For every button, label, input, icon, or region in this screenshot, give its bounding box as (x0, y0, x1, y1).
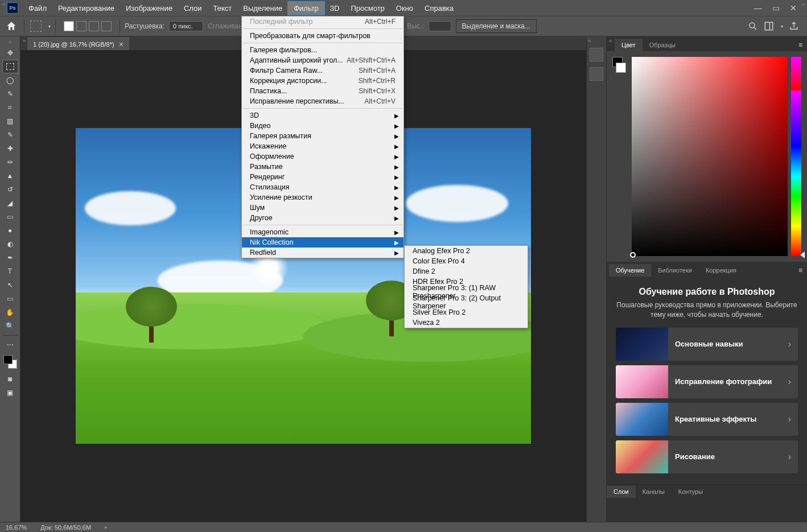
learn-card-1[interactable]: Исправление фотографии› (616, 365, 798, 398)
screenmode-tool[interactable]: ▣ (2, 386, 18, 399)
pen-tool[interactable]: ✒ (2, 251, 18, 265)
menu-редактирование[interactable]: Редактирование (52, 2, 120, 15)
home-button[interactable] (3, 18, 19, 34)
hand-tool[interactable]: ✋ (2, 306, 18, 319)
menu-Рендеринг[interactable]: Рендеринг▶ (242, 172, 404, 182)
quickmask-tool[interactable]: ◙ (2, 372, 18, 386)
healing-tool[interactable]: ✚ (2, 142, 18, 155)
fg-color[interactable] (3, 355, 13, 364)
brush-tool[interactable]: ✏ (2, 155, 18, 169)
mode-subtract[interactable] (89, 21, 99, 31)
menu-plugin-nik-collection[interactable]: Nik Collection▶ (242, 237, 404, 248)
menu-3D[interactable]: 3D▶ (242, 110, 404, 121)
tab-swatches[interactable]: Образцы (643, 39, 682, 51)
menu-Оформление[interactable]: Оформление▶ (242, 151, 404, 162)
marquee-tool-icon[interactable] (30, 20, 42, 32)
blur-tool[interactable]: ● (2, 224, 18, 237)
dodge-tool[interactable]: ◐ (2, 237, 18, 251)
zoom-tool[interactable]: 🔍 (2, 319, 18, 333)
lasso-tool[interactable]: ◯ (2, 73, 18, 87)
nik-dfine-2[interactable]: Dfine 2 (405, 266, 528, 277)
color-picker[interactable] (632, 57, 788, 256)
eyedropper-tool[interactable]: ✎ (2, 128, 18, 142)
menu-Шум[interactable]: Шум▶ (242, 203, 404, 213)
menu-Другое[interactable]: Другое▶ (242, 213, 404, 223)
menu-Стилизация[interactable]: Стилизация▶ (242, 182, 404, 192)
chevron-down-icon[interactable]: ▾ (781, 24, 783, 29)
menu-camera-raw[interactable]: Фильтр Camera Raw...Shift+Ctrl+A (242, 65, 404, 76)
menu-текст[interactable]: Текст (208, 2, 238, 15)
expand-icon[interactable]: « (609, 38, 612, 44)
frame-tool[interactable]: ▧ (2, 114, 18, 128)
workspace-icon[interactable] (764, 21, 774, 31)
nik-sharpener-pro-3-2-output-sharpener[interactable]: Sharpener Pro 3: (2) Output Sharpener (405, 297, 528, 307)
select-and-mask-button[interactable]: Выделение и маска... (456, 19, 537, 33)
close-tab-icon[interactable]: × (119, 40, 123, 49)
menu-окно[interactable]: Окно (390, 2, 419, 15)
document-tab[interactable]: 1 (20).jpg @ 16,7% (RGB/8*) × (27, 38, 129, 50)
menu-файл[interactable]: Файл (23, 2, 52, 15)
menu-Галерея размытия[interactable]: Галерея размытия▶ (242, 131, 404, 141)
mode-new[interactable] (64, 21, 74, 31)
expand-icon[interactable]: « (588, 38, 591, 44)
search-icon[interactable] (748, 21, 758, 31)
minimize-icon[interactable]: — (754, 3, 762, 13)
nik-color-efex-pro-4[interactable]: Color Efex Pro 4 (405, 256, 528, 266)
tab-libraries[interactable]: Библиотеки (651, 264, 699, 277)
panel-icon-1[interactable] (590, 48, 603, 61)
menu-Усиление резкости[interactable]: Усиление резкости▶ (242, 192, 404, 203)
clone-tool[interactable]: ▲ (2, 169, 18, 183)
shape-tool[interactable]: ▭ (2, 292, 18, 306)
height-input[interactable] (429, 21, 451, 31)
hue-slider[interactable] (791, 57, 801, 256)
menu-vanishing-point[interactable]: Исправление перспективы...Alt+Ctrl+V (242, 96, 404, 106)
tab-layers[interactable]: Слои (607, 485, 636, 498)
gradient-tool[interactable]: ▭ (2, 210, 18, 224)
chevron-down-icon[interactable]: ▾ (48, 24, 51, 29)
menu-last-filter[interactable]: Последний фильтрAlt+Ctrl+F (242, 17, 404, 27)
eraser-tool[interactable]: ◢ (2, 196, 18, 210)
menu-convert-smart[interactable]: Преобразовать для смарт-фильтров (242, 31, 404, 41)
move-tool[interactable]: ✥ (2, 46, 18, 60)
expand-right-icon[interactable]: » (801, 1, 805, 7)
mode-intersect[interactable] (101, 21, 112, 31)
history-brush-tool[interactable]: ↺ (2, 183, 18, 196)
panel-menu-icon[interactable]: ≡ (794, 39, 807, 51)
nik-silver-efex-pro-2[interactable]: Silver Efex Pro 2 (405, 307, 528, 317)
menu-adaptive-wide[interactable]: Адаптивный широкий угол...Alt+Shift+Ctrl… (242, 55, 404, 65)
path-tool[interactable]: ↖ (2, 278, 18, 292)
menu-plugin-redfield[interactable]: Redfield▶ (242, 248, 404, 258)
learn-card-2[interactable]: Креативные эффекты› (616, 403, 798, 436)
maximize-icon[interactable]: ▭ (772, 3, 780, 13)
menu-выделение[interactable]: Выделение (237, 2, 288, 15)
menu-справка[interactable]: Справка (419, 2, 459, 15)
panel-menu-icon[interactable]: ≡ (794, 264, 807, 277)
menu-изображение[interactable]: Изображение (120, 2, 178, 15)
picker-marker[interactable] (630, 252, 636, 258)
collapse-icon[interactable]: » (9, 39, 12, 45)
menu-фильтр[interactable]: Фильтр (288, 2, 324, 15)
panel-icon-2[interactable] (590, 67, 603, 81)
marquee-tool[interactable] (2, 60, 18, 73)
menu-filter-gallery[interactable]: Галерея фильтров... (242, 45, 404, 55)
feather-input[interactable] (169, 21, 203, 31)
tab-color[interactable]: Цвет (615, 39, 643, 51)
crop-tool[interactable]: ⌗ (2, 101, 18, 114)
color-swatches[interactable] (3, 355, 17, 369)
zoom-level[interactable]: 16,67% (6, 524, 27, 531)
menu-liquify[interactable]: Пластика...Shift+Ctrl+X (242, 86, 404, 96)
menu-lens-correction[interactable]: Коррекция дисторсии...Shift+Ctrl+R (242, 76, 404, 86)
hue-marker[interactable] (800, 251, 805, 258)
learn-card-3[interactable]: Рисование› (616, 440, 798, 473)
menu-просмотр[interactable]: Просмотр (345, 2, 390, 15)
menu-Искажение[interactable]: Искажение▶ (242, 141, 404, 151)
type-tool[interactable]: T (2, 265, 18, 278)
bg-swatch[interactable] (616, 63, 626, 73)
mode-add[interactable] (76, 21, 87, 31)
learn-card-0[interactable]: Основные навыки› (616, 328, 798, 361)
menu-3d[interactable]: 3D (324, 2, 345, 15)
tab-adjustments[interactable]: Коррекция (699, 264, 743, 277)
tab-channels[interactable]: Каналы (636, 485, 672, 498)
nik-analog-efex-pro-2[interactable]: Analog Efex Pro 2 (405, 246, 528, 256)
quick-select-tool[interactable]: ✎ (2, 87, 18, 101)
